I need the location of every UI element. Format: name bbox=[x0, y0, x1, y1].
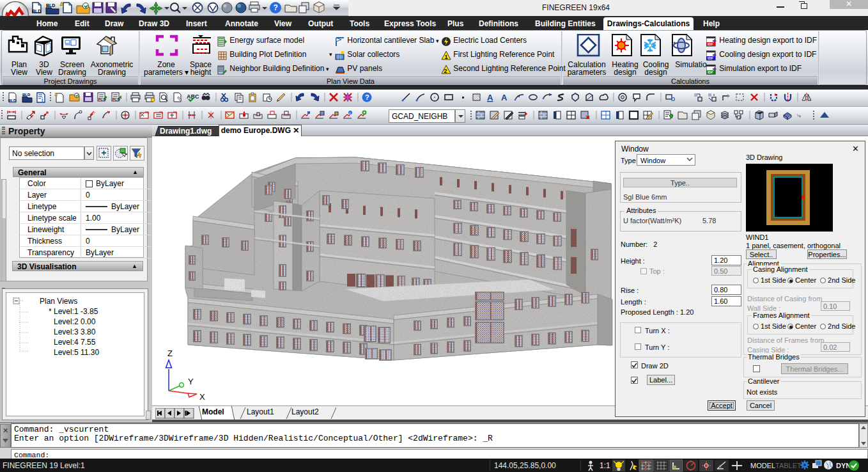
svg-text:2: 2 bbox=[444, 68, 447, 74]
svg-text:i: i bbox=[42, 97, 43, 103]
svg-text:BLD: BLD bbox=[46, 3, 55, 8]
svg-text:RCIS: RCIS bbox=[98, 97, 107, 101]
svg-text:BLD: BLD bbox=[8, 98, 17, 102]
svg-text:A: A bbox=[501, 93, 508, 102]
svg-text:Level:3 3.80: Level:3 3.80 bbox=[54, 327, 96, 336]
svg-text:Level:5 11.30: Level:5 11.30 bbox=[54, 348, 99, 357]
svg-text:1: 1 bbox=[445, 54, 448, 60]
svg-text:IDF: IDF bbox=[708, 56, 714, 60]
svg-text:BLD: BLD bbox=[32, 9, 41, 13]
svg-text:Y: Y bbox=[188, 377, 194, 386]
svg-text:?: ? bbox=[365, 93, 369, 101]
svg-text:Z: Z bbox=[167, 349, 173, 358]
svg-text:IDF: IDF bbox=[708, 70, 714, 74]
svg-text:* Level:1 -3.85: * Level:1 -3.85 bbox=[49, 307, 98, 316]
svg-text:BLD: BLD bbox=[22, 93, 31, 97]
svg-text:?: ? bbox=[274, 3, 278, 12]
svg-text:Level:2 0.00: Level:2 0.00 bbox=[54, 317, 96, 326]
svg-text:X: X bbox=[199, 392, 205, 402]
svg-text:⤷: ⤷ bbox=[797, 111, 801, 119]
svg-text:Plan Views: Plan Views bbox=[40, 297, 77, 306]
svg-text:IDF: IDF bbox=[708, 42, 714, 46]
svg-text:TABLET: TABLET bbox=[775, 462, 802, 469]
svg-text:DYN: DYN bbox=[836, 462, 851, 469]
svg-text:A: A bbox=[487, 93, 493, 102]
svg-text:Level:4 7.55: Level:4 7.55 bbox=[54, 338, 96, 347]
svg-text:RCIS: RCIS bbox=[112, 97, 121, 101]
svg-text:1:1: 1:1 bbox=[600, 461, 610, 470]
svg-text:MODEL: MODEL bbox=[750, 462, 775, 469]
